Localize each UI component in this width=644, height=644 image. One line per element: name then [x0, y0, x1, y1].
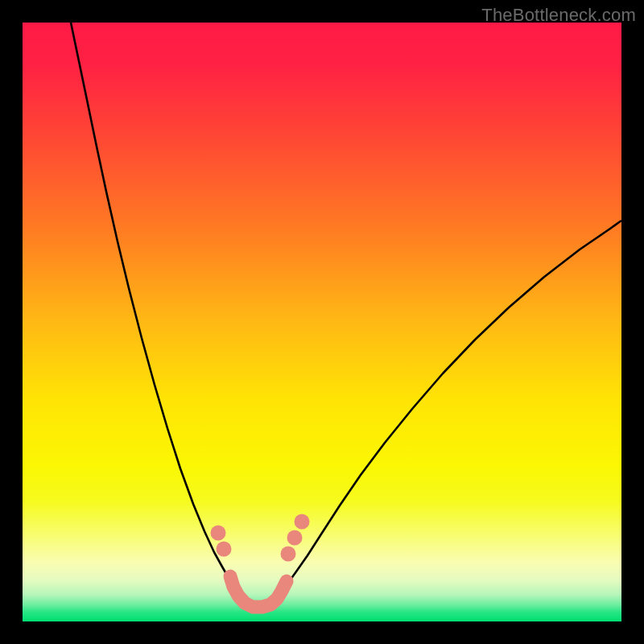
- chart-frame: TheBottleneck.com: [0, 0, 644, 644]
- watermark-text: TheBottleneck.com: [481, 5, 636, 26]
- series-left-curve: [71, 23, 243, 597]
- marker-dot-3: [287, 530, 303, 546]
- curve-layer: [23, 23, 621, 621]
- marker-dot-2: [281, 547, 296, 562]
- marker-dot-1: [217, 542, 232, 557]
- series-right-curve: [277, 221, 621, 597]
- series-floor-band: [230, 576, 287, 607]
- marker-dot-0: [211, 526, 226, 541]
- plot-area: [23, 23, 621, 621]
- marker-dot-4: [295, 514, 310, 530]
